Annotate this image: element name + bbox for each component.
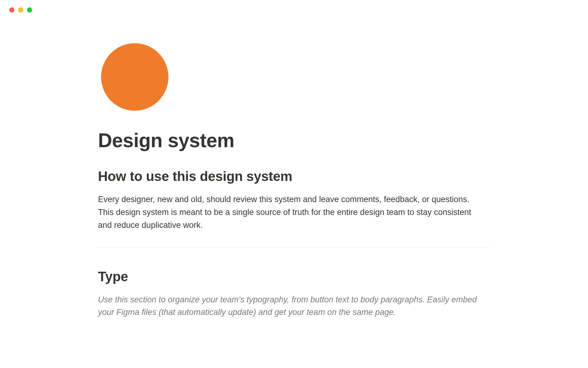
minimize-window-button[interactable] (18, 7, 23, 13)
page-title[interactable]: Design system (98, 129, 490, 152)
section-heading-type[interactable]: Type (98, 269, 490, 284)
section-divider (98, 247, 490, 247)
maximize-window-button[interactable] (27, 7, 32, 13)
page-icon[interactable] (101, 43, 168, 111)
section-heading-how-to-use[interactable]: How to use this design system (98, 169, 490, 184)
section-body-type[interactable]: Use this section to organize your team's… (98, 293, 484, 319)
close-window-button[interactable] (9, 7, 14, 13)
window-controls (0, 0, 588, 13)
page-content: Design system How to use this design sys… (0, 13, 588, 319)
section-body-how-to-use[interactable]: Every designer, new and old, should revi… (98, 193, 484, 232)
